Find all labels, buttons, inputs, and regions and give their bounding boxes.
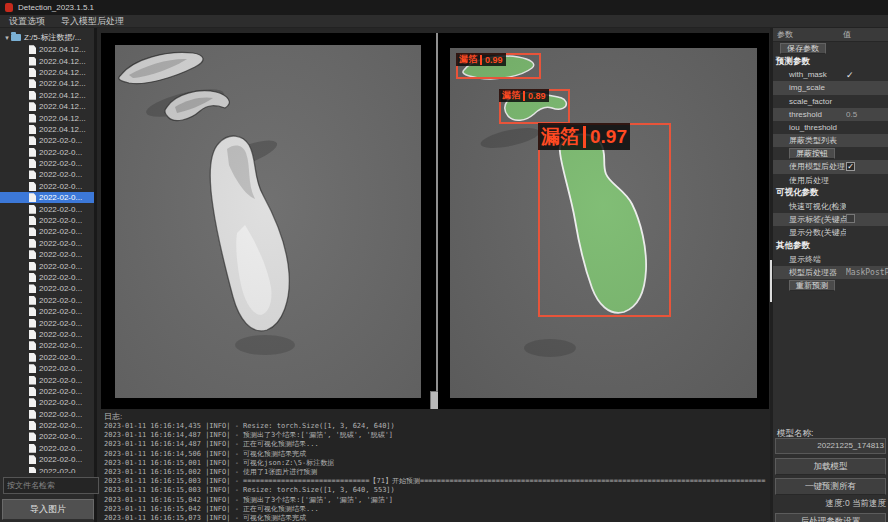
tree-item[interactable]: 2022-02-0... [0,431,94,442]
tree-item[interactable]: 2022-02-0... [0,283,94,294]
tree-item[interactable]: 2022.04.12... [0,90,94,101]
checkbox-empty-icon[interactable] [846,214,855,223]
parameter-rows: 预测参数with_mask✓img_scalescale_factorthres… [773,55,888,292]
original-image-panel[interactable] [101,33,436,409]
log-lines: 2023-01-11 16:16:14,435 |INFO| - Resize:… [104,422,766,522]
param-row[interactable]: img_scale [773,81,888,94]
file-icon [29,205,36,214]
param-row[interactable]: scale_factor [773,95,888,108]
tree-item[interactable]: 2022-02-0... [0,386,94,397]
tree-item[interactable]: 2022-02-0... [0,158,94,169]
checkbox-checked-icon[interactable]: ✓ [846,162,855,171]
tree-item[interactable]: 2022.04.12... [0,124,94,135]
file-icon [29,353,36,362]
tree-item[interactable]: 2022-02-0... [0,420,94,431]
save-params-button[interactable]: 保存参数 [780,43,826,54]
tree-item[interactable]: 2022-02-0... [0,340,94,351]
param-row[interactable]: iou_threshold [773,121,888,134]
file-icon [29,432,36,441]
param-row[interactable]: 屏蔽类型列表 [773,134,888,147]
tree-item[interactable]: 2022-02-0... [0,397,94,408]
tree-item[interactable]: 2022-02-0... [0,147,94,158]
tree-item[interactable]: 2022-02-0... [0,215,94,226]
menu-settings[interactable]: 设置选项 [9,15,45,28]
tree-item[interactable]: 2022-02-0... [0,317,94,328]
window-title: Detection_2023.1.5.1 [18,3,94,12]
tree-item[interactable]: 2022-02-0... [0,272,94,283]
title-bar: Detection_2023.1.5.1 [0,0,888,15]
tree-item[interactable]: 2022-02-0... [0,329,94,340]
param-label: iou_threshold [773,123,846,132]
tree-item[interactable]: 2022-02-0... [0,169,94,180]
file-icon [29,57,36,66]
log-title: 日志: [104,411,766,422]
file-icon [29,273,36,282]
param-section-header: 其他参数 [773,239,888,252]
file-icon [29,330,36,339]
tree-item[interactable]: 2022.04.12... [0,44,94,55]
param-row[interactable]: 显示标签(关键点) [773,213,888,226]
file-label: 2022.04.12... [39,45,86,54]
load-model-button[interactable]: 加载模型 [775,458,886,475]
param-column-header: 参数 [773,29,843,40]
tree-item[interactable]: 2022-02-0... [0,249,94,260]
tree-item[interactable]: 2022.04.12... [0,112,94,123]
tree-item[interactable]: 2022-02-0... [0,203,94,214]
filename-search-input[interactable] [3,477,99,494]
prediction-image-panel[interactable]: 漏箔0.99 漏箔0.89 漏箔0.97 [438,33,769,409]
tree-item[interactable]: 2022-02-0... [0,226,94,237]
tree-item[interactable]: 2022-02-0... [0,443,94,454]
param-action-button[interactable]: 屏蔽按钮 [789,148,835,159]
detection-label-3: 漏箔0.97 [538,123,630,150]
tree-item[interactable]: 2022-02-0... [0,192,94,203]
file-label: 2022-02-0... [39,444,82,453]
tree-item[interactable]: 2022-02-0... [0,238,94,249]
param-row[interactable]: 显示分数(关键点) [773,226,888,239]
param-row[interactable]: 显示终端 [773,253,888,266]
param-row[interactable]: 使用后处理 [773,174,888,187]
param-button-row: 重新预测 [773,279,888,292]
right-panel-scroll-thumb[interactable] [770,260,772,302]
param-row[interactable]: 快速可视化(检测) [773,200,888,213]
param-section-header: 可视化参数 [773,187,888,200]
log-line: 2023-01-11 16:16:14,435 |INFO| - Resize:… [104,422,766,431]
predict-all-button[interactable]: 一键预测所有 [775,478,886,495]
param-row[interactable]: with_mask✓ [773,68,888,81]
tree-item[interactable]: 2022-02-0... [0,295,94,306]
param-value [846,214,888,225]
file-icon [29,444,36,453]
tree-item[interactable]: 2022-02-0... [0,409,94,420]
file-icon [29,284,36,293]
tree-item[interactable]: 2022-02-0... [0,260,94,271]
tree-item[interactable]: 2022.04.12... [0,55,94,66]
file-icon [29,364,36,373]
tree-item[interactable]: 2022.04.12... [0,78,94,89]
file-icon [29,159,36,168]
file-label: 2022-02-0... [39,193,82,202]
param-row[interactable]: threshold0.5 [773,108,888,121]
param-row[interactable]: 使用模型后处理✓ [773,160,888,173]
tree-item[interactable]: 2022-02-0... [0,306,94,317]
tree-item[interactable]: 2022-02-0... [0,363,94,374]
tree-item[interactable]: 2022-02-0... [0,135,94,146]
tree-item[interactable]: 2022.04.12... [0,67,94,78]
postprocess-settings-button[interactable]: 后处理参数设置 [775,513,886,522]
tree-item[interactable]: 2022-02-0... [0,454,94,465]
tree-item[interactable]: 2022.04.12... [0,101,94,112]
model-name-value[interactable]: 20221225_174813 [775,438,886,454]
param-row[interactable]: 模型后处理器MaskPostPro [773,266,888,279]
tree-item[interactable]: 2022-02-0... [0,181,94,192]
menu-import-postprocess[interactable]: 导入模型后处理 [61,15,124,28]
import-images-button[interactable]: 导入图片 [2,499,94,520]
tree-root-node[interactable]: ▾ Z:/5-标注数据/... [0,31,94,44]
menu-bar: 设置选项 导入模型后处理 [0,15,888,28]
detection-class-3: 漏箔 [541,124,579,150]
tree-item[interactable]: 2022-02-0... [0,374,94,385]
file-icon [29,114,36,123]
detection-score-1: 0.99 [480,55,503,65]
tree-item[interactable]: 2022-02-0... [0,352,94,363]
param-action-button[interactable]: 重新预测 [789,280,835,291]
file-icon [29,467,36,473]
log-line: 2023-01-11 16:16:15,042 |INFO| - 预测出了3个结… [104,496,766,505]
tree-item[interactable]: 2022-02-0 [0,465,94,473]
